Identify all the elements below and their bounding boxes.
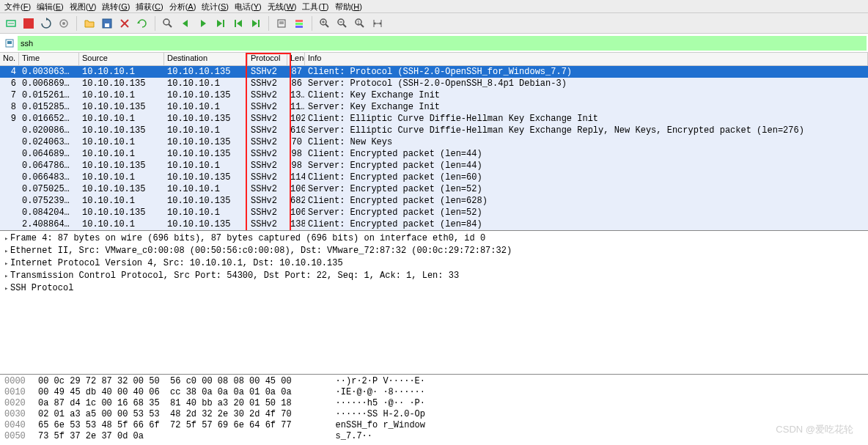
zoom-out-icon[interactable]: [334, 15, 350, 32]
packet-row[interactable]: 0.075025…10.10.10.13510.10.10.1SSHv2106S…: [0, 183, 868, 195]
menu-bar: 文件(F)编辑(E)视图(V)跳转(G)捕获(C)分析(A)统计(S)电话(Y)…: [0, 0, 868, 13]
details-row[interactable]: ▸Frame 4: 87 bytes on wire (696 bits), 8…: [4, 232, 864, 245]
packet-row[interactable]: 0.075239…10.10.10.110.10.10.135SSHv2682C…: [0, 195, 868, 207]
menu-item[interactable]: 统计(S): [202, 1, 229, 11]
svg-marker-15: [217, 20, 222, 27]
svg-marker-14: [201, 20, 206, 27]
restart-capture-icon[interactable]: [38, 15, 54, 32]
col-destination[interactable]: Destination: [164, 53, 248, 65]
last-icon[interactable]: [248, 15, 264, 32]
svg-point-11: [163, 19, 169, 25]
packet-row[interactable]: 90.016652…10.10.10.110.10.10.135SSHv2102…: [0, 113, 868, 125]
svg-line-30: [326, 24, 328, 27]
save-icon[interactable]: [99, 15, 115, 32]
menu-item[interactable]: 分析(A): [169, 1, 196, 11]
packet-row[interactable]: 0.024063…10.10.10.110.10.10.135SSHv270Cl…: [0, 136, 868, 148]
packet-row[interactable]: 2.538474…10.10.10.13510.10.10.1SSHv282Se…: [0, 230, 868, 231]
find-icon[interactable]: [160, 15, 176, 32]
menu-item[interactable]: 视图(V): [70, 1, 97, 11]
svg-line-12: [169, 24, 172, 27]
packet-details-pane[interactable]: ▸Frame 4: 87 bytes on wire (696 bits), 8…: [0, 231, 868, 375]
details-row[interactable]: ▸Ethernet II, Src: VMware_c0:00:08 (00:5…: [4, 245, 864, 257]
next-icon[interactable]: [195, 15, 211, 32]
svg-rect-17: [235, 20, 236, 27]
reload-icon[interactable]: [134, 15, 150, 32]
packet-row[interactable]: 0.020086…10.10.10.13510.10.10.1SSHv2610S…: [0, 125, 868, 136]
hex-row[interactable]: 00200a 87 d4 1c 00 16 68 35 81 40 bb a3 …: [4, 398, 864, 409]
svg-marker-18: [237, 20, 242, 27]
packet-row[interactable]: 70.015261…10.10.10.110.10.10.135SSHv213……: [0, 89, 868, 101]
open-icon[interactable]: [81, 15, 98, 32]
main-toolbar: 1: [0, 13, 868, 34]
stop-capture-icon[interactable]: [21, 15, 37, 32]
close-icon[interactable]: [117, 15, 133, 32]
col-no[interactable]: No.: [0, 53, 19, 65]
col-time[interactable]: Time: [19, 53, 79, 65]
menu-item[interactable]: 文件(F): [4, 1, 31, 11]
packet-bytes-pane[interactable]: 000000 0c 29 72 87 32 00 50 56 c0 00 08 …: [0, 375, 868, 445]
packet-row[interactable]: 2.408864…10.10.10.110.10.10.135SSHv2138C…: [0, 218, 868, 230]
menu-item[interactable]: 无线(W): [268, 1, 297, 11]
svg-marker-13: [183, 20, 188, 27]
col-protocol[interactable]: Protocol: [248, 53, 287, 65]
menu-item[interactable]: 电话(Y): [235, 1, 262, 11]
display-filter-bar: [0, 34, 868, 53]
svg-rect-16: [223, 20, 224, 27]
packet-list-header: No. Time Source Destination Protocol Len…: [0, 53, 868, 66]
menu-item[interactable]: 捕获(C): [136, 1, 163, 11]
details-row[interactable]: ▸Transmission Control Protocol, Src Port…: [4, 270, 864, 282]
svg-rect-2: [23, 18, 34, 29]
menu-item[interactable]: 跳转(G): [102, 1, 130, 11]
col-info[interactable]: Info: [305, 53, 868, 65]
details-row[interactable]: ▸Internet Protocol Version 4, Src: 10.10…: [4, 257, 864, 270]
svg-rect-43: [7, 41, 12, 44]
svg-text:1: 1: [357, 20, 360, 25]
jump-icon[interactable]: [213, 15, 229, 32]
packet-row[interactable]: 60.006869…10.10.10.13510.10.10.1SSHv286S…: [0, 78, 868, 89]
bookmark-filter-icon[interactable]: [3, 37, 16, 50]
svg-marker-3: [46, 18, 48, 21]
svg-line-33: [343, 24, 346, 27]
hex-row[interactable]: 005073 5f 37 2e 37 0d 0a s_7.7··: [4, 431, 864, 442]
menu-item[interactable]: 编辑(E): [37, 1, 64, 11]
packet-row[interactable]: 0.064786…10.10.10.13510.10.10.1SSHv298Se…: [0, 160, 868, 172]
packet-row[interactable]: 40.003063…10.10.10.110.10.10.135SSHv287C…: [0, 66, 868, 78]
svg-rect-24: [295, 20, 303, 22]
first-icon[interactable]: [230, 15, 246, 32]
hex-row[interactable]: 000000 0c 29 72 87 32 00 50 56 c0 00 08 …: [4, 376, 864, 387]
prev-icon[interactable]: [177, 15, 194, 32]
options-icon[interactable]: [56, 15, 72, 32]
svg-rect-7: [105, 23, 109, 27]
svg-marker-19: [252, 20, 257, 27]
svg-rect-25: [295, 23, 303, 25]
details-row[interactable]: ▸SSH Protocol: [4, 282, 864, 295]
svg-rect-26: [295, 26, 303, 28]
autoscroll-icon[interactable]: [273, 15, 290, 32]
svg-rect-20: [258, 20, 260, 27]
col-length[interactable]: Length: [287, 53, 305, 65]
hex-row[interactable]: 001000 49 45 db 40 00 40 06 cc 38 0a 0a …: [4, 387, 864, 398]
packet-row[interactable]: 0.066483…10.10.10.110.10.10.135SSHv2114C…: [0, 172, 868, 183]
zoom-reset-icon[interactable]: 1: [352, 15, 368, 32]
hex-row[interactable]: 004065 6e 53 53 48 5f 66 6f 72 5f 57 69 …: [4, 420, 864, 431]
hex-row[interactable]: 003002 01 a3 a5 00 00 53 53 48 2d 32 2e …: [4, 409, 864, 420]
col-source[interactable]: Source: [79, 53, 164, 65]
svg-point-5: [62, 22, 65, 25]
display-filter-input[interactable]: [18, 36, 867, 51]
menu-item[interactable]: 帮助(H): [335, 1, 362, 11]
resize-cols-icon[interactable]: [369, 15, 386, 32]
packet-row[interactable]: 80.015285…10.10.10.13510.10.10.1SSHv211……: [0, 101, 868, 113]
svg-line-36: [361, 24, 364, 27]
packet-row[interactable]: 0.084204…10.10.10.13510.10.10.1SSHv2106S…: [0, 207, 868, 218]
colorize-icon[interactable]: [291, 15, 307, 32]
menu-item[interactable]: 工具(T): [302, 1, 328, 11]
zoom-in-icon[interactable]: [317, 15, 333, 32]
packet-list-pane: No. Time Source Destination Protocol Len…: [0, 53, 868, 231]
packet-row[interactable]: 0.064689…10.10.10.110.10.10.135SSHv298Cl…: [0, 148, 868, 160]
interfaces-icon[interactable]: [3, 15, 19, 32]
